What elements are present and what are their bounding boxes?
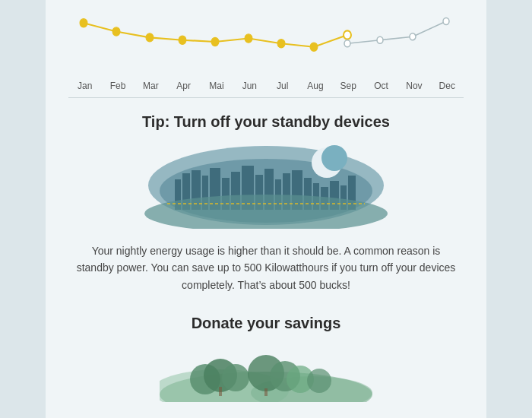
donate-section: Donate your savings — [46, 301, 486, 410]
svg-rect-48 — [219, 387, 222, 396]
chart-svg — [68, 8, 464, 76]
svg-point-0 — [80, 19, 87, 27]
svg-point-1 — [112, 27, 120, 36]
svg-point-10 — [377, 36, 383, 43]
tip-illustration — [144, 141, 388, 229]
month-mai: Mai — [200, 81, 233, 91]
tip-title: Tip: Turn off your standby devices — [76, 113, 456, 131]
month-sep: Sep — [332, 81, 365, 91]
month-jan: Jan — [68, 81, 101, 91]
month-feb: Feb — [101, 81, 134, 91]
month-labels: Jan Feb Mar Apr Mai Jun Jul Aug Sep Oct … — [68, 76, 464, 97]
month-dec: Dec — [431, 81, 464, 91]
tip-section: Tip: Turn off your standby devices — [46, 98, 486, 301]
chart-container — [68, 8, 464, 76]
month-jun: Jun — [233, 81, 266, 91]
chart-section: Jan Feb Mar Apr Mai Jun Jul Aug Sep Oct … — [46, 0, 486, 97]
svg-point-16 — [321, 145, 347, 171]
svg-point-47 — [307, 369, 331, 393]
donate-illustration — [160, 341, 372, 402]
svg-point-12 — [443, 18, 449, 25]
svg-rect-49 — [264, 388, 268, 396]
donate-title: Donate your savings — [76, 315, 456, 332]
landscape-svg — [160, 341, 372, 402]
tip-body: Your nightly energy usage is higher than… — [76, 242, 456, 293]
svg-point-8 — [344, 30, 351, 39]
svg-point-4 — [211, 37, 219, 46]
svg-point-9 — [344, 40, 350, 47]
main-page: Jan Feb Mar Apr Mai Jun Jul Aug Sep Oct … — [46, 0, 486, 418]
svg-point-7 — [310, 43, 318, 51]
svg-point-2 — [146, 33, 154, 42]
month-oct: Oct — [365, 81, 397, 91]
svg-point-43 — [222, 364, 249, 391]
night-city-svg — [144, 141, 388, 229]
month-nov: Nov — [397, 81, 430, 91]
month-jul: Jul — [266, 81, 299, 91]
svg-point-3 — [179, 36, 186, 44]
month-mar: Mar — [135, 81, 167, 91]
svg-point-5 — [245, 34, 252, 43]
svg-point-11 — [410, 33, 416, 40]
month-aug: Aug — [299, 81, 331, 91]
month-apr: Apr — [167, 81, 200, 91]
svg-point-6 — [277, 40, 285, 48]
